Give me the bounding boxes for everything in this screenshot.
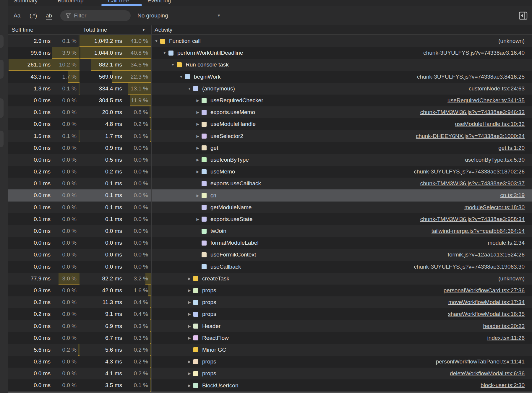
table-row[interactable]: 0.0 ms0.0 %0.0 ms0.0 %useFormikContextfo… — [8, 249, 532, 261]
expand-arrow-icon[interactable]: ▶ — [186, 312, 193, 316]
expand-arrow-icon[interactable]: ▶ — [186, 288, 193, 293]
percent-value: 0.0 % — [134, 189, 148, 201]
table-row[interactable]: 0.0 ms0.0 %0.9 ms0.0 %▶getget.ts:1:20 — [8, 142, 532, 154]
table-row[interactable]: 0.0 ms0.0 %4.1 ms0.2 %▶propsdeleteWorkfl… — [8, 368, 532, 379]
expand-arrow-icon[interactable]: ▶ — [194, 146, 202, 150]
column-divider[interactable] — [151, 25, 152, 392]
source-link[interactable]: chunk-TMM3WI36.js?v=74338ae3:958:34 — [420, 213, 525, 225]
source-link[interactable]: chunk-3UYULFYS.js?v=74338ae3:8416:25 — [417, 71, 525, 83]
expand-arrow-icon[interactable]: ▶ — [194, 158, 202, 162]
expand-arrow-icon[interactable]: ▶ — [194, 170, 202, 174]
table-row[interactable]: 0.0 ms0.0 %0.5 ms0.0 %▶useIconByTypeuseI… — [8, 154, 532, 166]
table-row[interactable]: 5.6 ms0.2 %5.6 ms0.2 %Minor GC — [8, 344, 532, 356]
match-whole-word-button[interactable]: ab — [46, 6, 52, 25]
table-row[interactable]: 0.3 ms0.0 %42.0 ms1.6 %▶propspersonalWor… — [8, 285, 532, 296]
table-row[interactable]: 0.0 ms0.0 %0.0 ms0.0 %formatModuleLabelm… — [8, 237, 532, 249]
column-divider[interactable] — [80, 25, 80, 392]
tab-call-tree[interactable]: Call tree — [108, 0, 129, 3]
table-row[interactable]: 0.1 ms0.0 %0.1 ms0.0 %getModuleNamemodul… — [8, 202, 532, 213]
tab-summary[interactable]: Summary — [14, 0, 38, 3]
expand-arrow-icon[interactable]: ▶ — [194, 110, 202, 114]
table-row[interactable]: 0.0 ms0.0 %304.5 ms11.9 %▶useRequiredChe… — [8, 95, 532, 106]
source-link[interactable]: chunk-DHEEY6NX.js?v=74338ae3:1000:24 — [416, 130, 525, 142]
table-row[interactable]: 0.1 ms0.0 %20.0 ms0.8 %▶exports.useMemoc… — [8, 106, 532, 118]
collapse-arrow-icon[interactable]: ▼ — [177, 75, 185, 79]
table-row[interactable]: 2.9 ms0.1 %1,049.2 ms41.0 %▼Function cal… — [8, 35, 532, 47]
table-row[interactable]: 0.1 ms0.0 %0.1 ms0.0 %▶exports.useStatec… — [8, 213, 532, 225]
table-row[interactable]: 0.3 ms0.0 %4.3 ms0.2 %▶propspersonlWorkf… — [8, 356, 532, 368]
expand-arrow-icon[interactable]: ▶ — [194, 98, 202, 103]
table-row[interactable]: 0.0 ms0.0 %0.1 ms0.0 %▶cncn.ts:3:19 — [8, 189, 532, 201]
expand-arrow-icon[interactable]: ▶ — [186, 300, 193, 304]
source-link[interactable]: get.ts:1:20 — [498, 142, 525, 154]
regex-button[interactable]: (.*) — [30, 6, 37, 25]
source-link[interactable]: index.tsx:11:26 — [487, 332, 525, 344]
expand-arrow-icon[interactable]: ▶ — [186, 336, 193, 340]
source-link[interactable]: tailwind-merge.js?v=ceafbb64:364:14 — [432, 225, 525, 237]
table-row[interactable]: 0.0 ms0.0 %0.0 ms0.0 %useCallbackchunk-3… — [8, 261, 532, 273]
match-case-button[interactable]: Aa — [14, 6, 20, 25]
expand-arrow-icon[interactable]: ▶ — [186, 360, 193, 364]
source-link[interactable]: cn.ts:3:19 — [500, 189, 525, 201]
table-row[interactable]: 99.6 ms3.9 %1,044.0 ms40.8 %▼performWork… — [8, 47, 532, 59]
table-row[interactable]: 1.5 ms0.1 %1.7 ms0.1 %▶useSelector2chunk… — [8, 130, 532, 142]
collapse-arrow-icon[interactable]: ▼ — [161, 51, 168, 55]
source-link[interactable]: shareWorkflowModal.tsx:16:35 — [448, 308, 525, 320]
source-link[interactable]: block-user.ts:2:30 — [481, 379, 525, 391]
table-row[interactable]: 0.2 ms0.0 %9.1 ms0.4 %▶propsshareWorkflo… — [8, 308, 532, 320]
column-header-self-time[interactable]: Self time — [12, 25, 33, 35]
source-link[interactable]: useIconByType.tsx:5:30 — [465, 154, 525, 166]
source-link[interactable]: chunk-3UYULFYS.js?v=74338ae3:18702:26 — [414, 166, 525, 178]
source-link[interactable]: deleteWorkflowModal.tsx:6:36 — [450, 368, 525, 379]
expand-arrow-icon[interactable]: ▶ — [186, 324, 193, 328]
table-header: Self time Total time ▼ Activity — [8, 25, 532, 35]
source-link[interactable]: personalWorkflowCard.tsx:27:36 — [444, 285, 525, 296]
expand-arrow-icon[interactable]: ▶ — [186, 371, 193, 376]
table-row[interactable]: 0.0 ms0.0 %0.0 ms0.0 %twJointailwind-mer… — [8, 225, 532, 237]
self-time-cell: 5.6 ms0.2 % — [8, 344, 80, 356]
table-row[interactable]: 0.0 ms0.0 %6.9 ms0.3 %▶Headerheader.tsx:… — [8, 320, 532, 332]
collapse-arrow-icon[interactable]: ▼ — [169, 63, 177, 67]
toggle-sidebar-button[interactable] — [518, 11, 528, 20]
source-link[interactable]: customNode.tsx:24:63 — [469, 83, 525, 95]
source-link[interactable]: personlWorkflowTabPanel.tsx:11:41 — [436, 356, 525, 368]
filter-input[interactable]: Filter — [60, 10, 131, 21]
table-row[interactable]: 43.3 ms1.7 %569.0 ms22.3 %▼beginWorkchun… — [8, 71, 532, 83]
column-header-activity[interactable]: Activity — [155, 25, 172, 35]
tab-bottom-up[interactable]: Bottom-up — [58, 0, 84, 3]
table-row[interactable]: 1.3 ms0.1 %334.4 ms13.1 %▼(anonymous)cus… — [8, 83, 532, 95]
expand-arrow-icon[interactable]: ▶ — [186, 384, 193, 388]
total-time-cell: 0.1 ms0.0 % — [80, 213, 151, 225]
source-link[interactable]: moduleSelector.ts:18:30 — [464, 202, 525, 213]
table-row[interactable]: 261.1 ms10.2 %882.1 ms34.5 %▼Run console… — [8, 59, 532, 71]
collapse-arrow-icon[interactable]: ▼ — [186, 87, 193, 91]
table-row[interactable]: 77.9 ms3.0 %82.2 ms3.2 %▶createTask(unkn… — [8, 273, 532, 285]
percent-value: 0.2 % — [62, 344, 77, 356]
source-link[interactable]: moveWorkflowModal.tsx:17:34 — [448, 296, 525, 308]
expand-arrow-icon[interactable]: ▶ — [194, 122, 202, 126]
expand-arrow-icon[interactable]: ▶ — [194, 194, 202, 198]
table-row[interactable]: 0.2 ms0.0 %11.3 ms0.4 %▶propsmoveWorkflo… — [8, 296, 532, 308]
grouping-select[interactable]: No grouping — [137, 6, 168, 25]
source-link[interactable]: formik.js?v=12aa1a13:1524:26 — [448, 249, 525, 261]
table-row[interactable]: 0.1 ms0.0 %0.1 ms0.0 %exports.useCallbac… — [8, 178, 532, 189]
expand-arrow-icon[interactable]: ▶ — [194, 217, 202, 221]
expand-arrow-icon[interactable]: ▶ — [186, 277, 193, 281]
column-header-total-time[interactable]: Total time — [83, 25, 107, 35]
tab-event-log[interactable]: Event log — [147, 0, 171, 3]
source-link[interactable]: module.ts:2:34 — [488, 237, 525, 249]
source-link[interactable]: chunk-3UYULFYS.js?v=74338ae3:16:40 — [423, 47, 525, 59]
source-link[interactable]: header.tsx:20:23 — [483, 320, 525, 332]
source-link[interactable]: chunk-3UYULFYS.js?v=74338ae3:19063:30 — [414, 261, 525, 273]
table-row[interactable]: 0.0 ms0.0 %4.8 ms0.2 %▶useModuleHandleus… — [8, 118, 532, 130]
source-link[interactable]: useModuleHandle.tsx:10:32 — [455, 118, 525, 130]
source-link[interactable]: useRequiredChecker.ts:341:35 — [447, 95, 525, 106]
source-link[interactable]: chunk-TMM3WI36.js?v=74338ae3:903:37 — [420, 178, 525, 189]
collapse-arrow-icon[interactable]: ▼ — [153, 39, 160, 43]
table-row[interactable]: 0.2 ms0.0 %0.2 ms0.0 %▶useMemochunk-3UYU… — [8, 166, 532, 178]
table-row[interactable]: 0.0 ms0.0 %6.7 ms0.3 %▶ReactFlowindex.ts… — [8, 332, 532, 344]
table-row[interactable]: 0.0 ms0.0 %3.5 ms0.1 %▶BlockUserIconbloc… — [8, 379, 532, 391]
source-link[interactable]: chunk-TMM3WI36.js?v=74338ae3:946:33 — [420, 106, 525, 118]
expand-arrow-icon[interactable]: ▶ — [194, 134, 202, 138]
activity-cell: ▶useSelector2chunk-DHEEY6NX.js?v=74338ae… — [151, 130, 532, 142]
